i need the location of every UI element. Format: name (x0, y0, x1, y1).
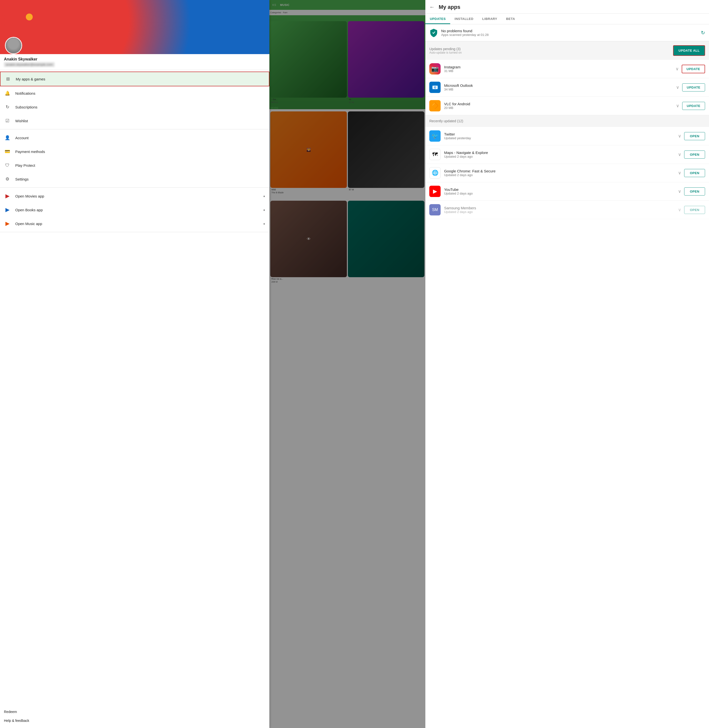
samsung-icon: SM (429, 204, 441, 215)
samsung-chevron[interactable]: ∨ (678, 207, 681, 213)
youtube-icon: ▶ (429, 186, 441, 197)
outlook-chevron[interactable]: ∨ (676, 84, 679, 90)
instagram-update-button[interactable]: UPDATE (682, 65, 705, 73)
arrow-icon-music: ⬧ (263, 221, 266, 226)
back-button[interactable]: ← (429, 4, 435, 10)
store-app-grid-1: - Ga... BTS V nc 97 M (269, 20, 425, 105)
recently-updated-header: Recently updated (12) (425, 115, 709, 127)
twitter-name: Twitter (444, 132, 675, 136)
store-app-label-2: nc (348, 98, 425, 101)
outlook-name: Microsoft Outlook (444, 83, 673, 87)
vlc-update-button[interactable]: UPDATE (682, 102, 705, 110)
sidebar-item-label-movies: Open Movies app (15, 194, 263, 198)
vlc-icon: 🔶 (429, 100, 441, 111)
sidebar-item-play-protect[interactable]: 🛡 Play Protect (0, 159, 269, 172)
store-tab-music: MUSIC (278, 2, 292, 8)
sidebar-item-music-app[interactable]: ▶ Open Music app ⬧ (0, 217, 269, 230)
sidebar-item-label-account: Account (15, 136, 266, 140)
samsung-updated: Updated 2 days ago (444, 210, 675, 214)
main-content: No problems found Apps scanned yesterday… (425, 24, 709, 728)
sidebar-item-label-notifications: Notifications (15, 91, 266, 95)
page-title: My apps (439, 4, 460, 10)
store-app-label-5: Rise Ice a... (270, 277, 347, 281)
play-movies-icon: ▶ (4, 192, 11, 199)
tab-updates[interactable]: UPDATES (425, 13, 450, 24)
divider-4 (0, 232, 269, 232)
store-mb-1: BTS V (270, 101, 347, 105)
chrome-updated: Updated 2 days ago (444, 173, 675, 177)
sidebar-item-label-play-protect: Play Protect (15, 163, 266, 167)
sidebar-item-settings[interactable]: ⚙ Settings (0, 172, 269, 186)
sidebar-header (0, 0, 269, 54)
tab-library[interactable]: LIBRARY (478, 13, 502, 24)
help-feedback-link[interactable]: Help & feedback (4, 716, 266, 725)
app-row-twitter: 🐦 Twitter Updated yesterday ∨ OPEN (425, 127, 709, 146)
refresh-button[interactable]: ↻ (701, 30, 705, 36)
chrome-chevron[interactable]: ∨ (678, 170, 681, 176)
sidebar: Anakin Skywalker anakin.skywalker@exampl… (0, 0, 269, 728)
app-row-youtube: ▶ YouTube Updated 2 days ago ∨ OPEN (425, 182, 709, 201)
maps-open-button[interactable]: OPEN (684, 150, 705, 159)
chrome-icon: 🌐 (429, 167, 441, 179)
shield-icon: 🛡 (4, 162, 11, 169)
store-mb-5: 208 M (270, 281, 347, 284)
store-mb-3: The B Blade (270, 191, 347, 195)
checkbox-icon: ☑ (4, 117, 11, 124)
play-music-icon: ▶ (4, 220, 11, 227)
store-tab-ks: KS (270, 2, 278, 8)
twitter-chevron[interactable]: ∨ (678, 133, 681, 139)
sidebar-item-label-subscriptions: Subscriptions (15, 105, 266, 109)
store-app-label-4: 87 M (348, 188, 425, 191)
tab-beta[interactable]: BETA (502, 13, 519, 24)
outlook-size: 34 MB (444, 87, 673, 91)
store-tabs: KS MUSIC (269, 0, 425, 10)
maps-updated: Updated 2 days ago (444, 155, 675, 159)
store-app-thumb-6 (348, 201, 425, 277)
sidebar-item-subscriptions[interactable]: ↻ Subscriptions (0, 100, 269, 114)
chrome-open-button[interactable]: OPEN (684, 169, 705, 177)
person-icon: 👤 (4, 134, 11, 141)
store-overlay: KS MUSIC Categories Fam MORE - Ga... BTS… (269, 0, 425, 728)
auto-update-subtitle: Auto-update is turned on (429, 51, 461, 54)
youtube-info: YouTube Updated 2 days ago (444, 188, 675, 195)
store-app-thumb-3: 🌄 (270, 111, 347, 188)
update-all-button[interactable]: UPDATE ALL (673, 45, 705, 56)
maps-name: Maps - Navigate & Explore (444, 150, 675, 155)
sidebar-item-my-apps[interactable]: ⊞ My apps & games (0, 71, 269, 86)
twitter-open-button[interactable]: OPEN (684, 132, 705, 140)
youtube-open-button[interactable]: OPEN (684, 188, 705, 195)
sidebar-item-payment[interactable]: 💳 Payment methods (0, 145, 269, 159)
outlook-icon: 📧 (429, 82, 441, 93)
samsung-open-button[interactable]: OPEN (684, 206, 705, 214)
store-app-grid-2: 🌄 Wild The B Blade 87 M (269, 111, 425, 196)
vlc-size: 20 MB (444, 106, 673, 110)
play-protect-icon (429, 28, 438, 37)
vlc-name: VLC for Android (444, 102, 673, 106)
instagram-chevron[interactable]: ∨ (675, 66, 679, 71)
outlook-update-button[interactable]: UPDATE (682, 83, 705, 92)
vlc-chevron[interactable]: ∨ (676, 103, 679, 108)
sidebar-item-wishlist[interactable]: ☑ Wishlist (0, 114, 269, 128)
updates-section-info: Updates pending (3) Auto-update is turne… (429, 47, 461, 54)
sidebar-item-movies-app[interactable]: ▶ Open Movies app ⬧ (0, 189, 269, 203)
youtube-chevron[interactable]: ∨ (678, 189, 681, 194)
instagram-icon: 📷 (429, 63, 441, 74)
app-row-vlc: 🔶 VLC for Android 20 MB ∨ UPDATE (425, 97, 709, 115)
sidebar-item-label-wishlist: Wishlist (15, 119, 266, 123)
store-app-thumb-1 (270, 21, 347, 98)
tab-installed[interactable]: INSTALLED (450, 13, 478, 24)
redeem-link[interactable]: Redeem (4, 707, 266, 716)
credit-card-icon: 💳 (4, 148, 11, 155)
user-info: Anakin Skywalker anakin.skywalker@exampl… (0, 54, 269, 68)
maps-chevron[interactable]: ∨ (678, 152, 681, 157)
store-app-label-3: Wild (270, 188, 347, 191)
twitter-updated: Updated yesterday (444, 136, 675, 140)
sidebar-item-books-app[interactable]: ▶ Open Books app ⬧ (0, 203, 269, 217)
maps-icon: 🗺 (429, 149, 441, 160)
protect-banner: No problems found Apps scanned yesterday… (425, 24, 709, 41)
samsung-info: Samsung Members Updated 2 days ago (444, 206, 675, 214)
sidebar-footer: Redeem Help & feedback (0, 705, 269, 728)
sidebar-item-account[interactable]: 👤 Account (0, 131, 269, 145)
google-yellow-dot (26, 13, 33, 20)
sidebar-item-notifications[interactable]: 🔔 Notifications (0, 86, 269, 100)
